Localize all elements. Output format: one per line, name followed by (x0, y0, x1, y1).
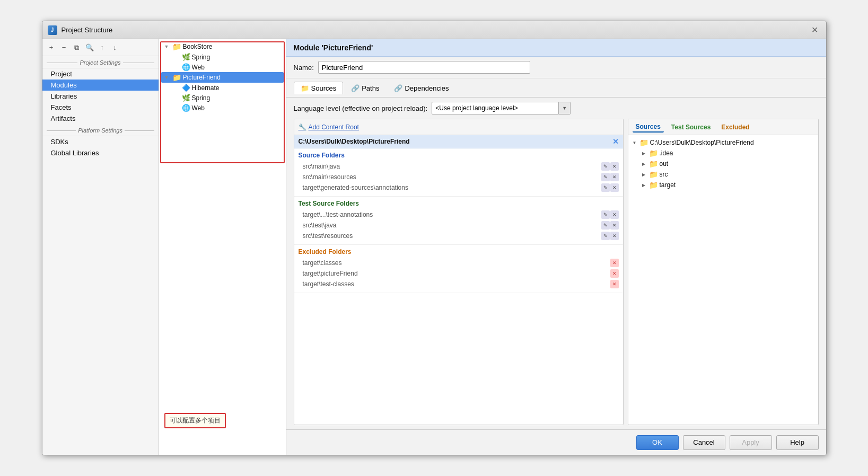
folder-edit-btn[interactable]: ✎ (601, 210, 610, 219)
tree-node-picturefriend[interactable]: ▼ 📁 PictureFriend (161, 72, 284, 83)
name-input[interactable] (318, 61, 530, 74)
sidebar-item-facets[interactable]: Facets (42, 102, 159, 113)
folder-path: src\main\java (303, 163, 601, 170)
sidebar-item-label: Artifacts (51, 114, 76, 122)
sources-left-panel: 🔧 Add Content Root C:\Users\Dulk\Desktop… (294, 119, 624, 425)
tree-node-label: Spring (192, 54, 211, 61)
folder-icon: 📁 (172, 73, 181, 82)
tab-label: Dependencies (405, 84, 449, 92)
ok-button[interactable]: OK (636, 435, 679, 450)
tab-sources[interactable]: 📁 Sources (294, 82, 344, 94)
expand-icon: ▶ (642, 162, 647, 166)
sidebar-remove-btn[interactable]: − (58, 42, 70, 54)
tabs-bar: 📁 Sources 🔗 Paths 🔗 Dependencies (286, 78, 826, 98)
expand-icon: ▶ (642, 183, 647, 188)
folder-remove-btn[interactable]: ✕ (610, 269, 619, 278)
rtree-node-idea[interactable]: ▶ 📁 .idea (640, 148, 816, 158)
sidebar-search-btn[interactable]: 🔍 (84, 42, 95, 54)
sidebar-up-btn[interactable]: ↑ (97, 42, 108, 54)
folder-edit-btn[interactable]: ✎ (601, 183, 610, 192)
tree-node-bookstore[interactable]: ▼ 📁 BookStore (161, 41, 284, 52)
tab-label: Sources (311, 84, 337, 92)
sidebar-down-btn[interactable]: ↓ (109, 42, 121, 54)
dependencies-tab-icon: 🔗 (394, 84, 402, 92)
folder-item: target\classes ✕ (299, 258, 619, 268)
folder-path: target\pictureFriend (303, 270, 610, 277)
sidebar-add-btn[interactable]: + (46, 42, 57, 54)
folder-icon: 📁 (649, 160, 658, 168)
folder-remove-btn[interactable]: ✕ (610, 173, 619, 181)
expand-icon: ▶ (642, 151, 647, 156)
folder-remove-btn[interactable]: ✕ (610, 183, 619, 192)
sidebar-item-project[interactable]: Project (42, 68, 159, 80)
tab-paths[interactable]: 🔗 Paths (344, 82, 386, 94)
main-panel: Module 'PictureFriend' Name: 📁 Sources 🔗… (286, 39, 826, 455)
sidebar-item-label: Facets (51, 103, 72, 111)
help-button[interactable]: Help (776, 435, 819, 450)
rtree-node-src[interactable]: ▶ 📁 src (640, 169, 816, 180)
tree-node-web1[interactable]: 🌐 Web (172, 62, 284, 72)
sources-right-panel: Sources Test Sources Excluded ▼ 📁 C:\Use… (628, 119, 819, 425)
folder-edit-btn[interactable]: ✎ (601, 221, 610, 230)
folder-remove-btn[interactable]: ✕ (610, 162, 619, 171)
folder-item-btns: ✎ ✕ (601, 221, 619, 230)
sidebar-item-label: Project (51, 70, 72, 78)
tree-node-label: Spring (192, 94, 211, 102)
dialog-title: Project Structure (62, 26, 113, 34)
sidebar-item-artifacts[interactable]: Artifacts (42, 113, 159, 124)
sidebar-item-label: SDKs (51, 138, 68, 146)
project-settings-section: Project Settings (42, 57, 159, 68)
add-root-label: Add Content Root (309, 124, 359, 131)
test-source-folders-section: Test Source Folders target\...\test-anno… (294, 197, 623, 245)
folder-item-btns: ✎ ✕ (601, 183, 619, 192)
sidebar-item-global-libraries[interactable]: Global Libraries (42, 147, 159, 158)
content-area: + − ⧉ 🔍 ↑ ↓ Project Settings Project Mod… (42, 39, 826, 455)
tree-node-spring2[interactable]: 🌿 Spring (172, 93, 284, 103)
tree-node-web2[interactable]: 🌐 Web (172, 103, 284, 113)
folder-remove-btn[interactable]: ✕ (610, 210, 619, 219)
sidebar-item-libraries[interactable]: Libraries (42, 91, 159, 102)
rtree-node-out[interactable]: ▶ 📁 out (640, 158, 816, 169)
right-tree: ▼ 📁 C:\Users\Dulk\Desktop\PictureFriend … (628, 135, 818, 425)
name-row: Name: (286, 57, 826, 78)
close-button[interactable]: ✕ (809, 24, 821, 36)
folder-item: target\generated-sources\annotations ✎ ✕ (299, 182, 619, 193)
folder-edit-btn[interactable]: ✎ (601, 173, 610, 181)
excluded-label[interactable]: Excluded (718, 122, 752, 132)
lang-dropdown-btn[interactable]: ▼ (559, 102, 571, 114)
lang-row: Language level (effective on project rel… (294, 102, 819, 114)
content-root-path: C:\Users\Dulk\Desktop\PictureFriend (299, 138, 410, 145)
sources-label[interactable]: Sources (633, 122, 664, 133)
test-sources-label[interactable]: Test Sources (668, 122, 714, 132)
content-root-close-btn[interactable]: ✕ (612, 137, 619, 146)
folder-edit-btn[interactable]: ✎ (601, 232, 610, 240)
lang-select[interactable] (432, 102, 559, 114)
folder-item-btns: ✕ (610, 269, 619, 278)
tree-node-label: Web (192, 64, 205, 71)
rtree-root-label: C:\Users\Dulk\Desktop\PictureFriend (650, 139, 754, 146)
folder-remove-btn[interactable]: ✕ (610, 280, 619, 288)
app-icon: J (48, 25, 57, 35)
folder-remove-btn[interactable]: ✕ (610, 259, 619, 267)
lang-label: Language level (effective on project rel… (294, 104, 428, 112)
tree-node-spring1[interactable]: 🌿 Spring (172, 52, 284, 62)
folder-item-btns: ✎ ✕ (601, 232, 619, 240)
cancel-button[interactable]: Cancel (683, 435, 725, 450)
folder-item-btns: ✎ ✕ (601, 173, 619, 181)
rtree-root[interactable]: ▼ 📁 C:\Users\Dulk\Desktop\PictureFriend (630, 137, 816, 148)
folder-item: src\test\java ✎ ✕ (299, 220, 619, 231)
rtree-node-target[interactable]: ▶ 📁 target (640, 180, 816, 190)
folder-edit-btn[interactable]: ✎ (601, 162, 610, 171)
folder-remove-btn[interactable]: ✕ (610, 232, 619, 240)
apply-button[interactable]: Apply (730, 435, 772, 450)
folder-path: src\main\resources (303, 173, 601, 181)
tree-node-hibernate[interactable]: 🔷 Hibernate (172, 83, 284, 93)
tree-panel: ▼ 📁 BookStore 🌿 Spring 🌐 Web (159, 39, 286, 455)
sidebar-item-modules[interactable]: Modules (42, 80, 159, 91)
sidebar-item-sdks[interactable]: SDKs (42, 136, 159, 147)
folder-remove-btn[interactable]: ✕ (610, 221, 619, 230)
sidebar-copy-btn[interactable]: ⧉ (71, 42, 83, 54)
add-content-root-btn[interactable]: 🔧 Add Content Root (299, 124, 359, 131)
folder-path: target\...\test-annotations (303, 211, 601, 218)
tab-dependencies[interactable]: 🔗 Dependencies (387, 82, 455, 94)
